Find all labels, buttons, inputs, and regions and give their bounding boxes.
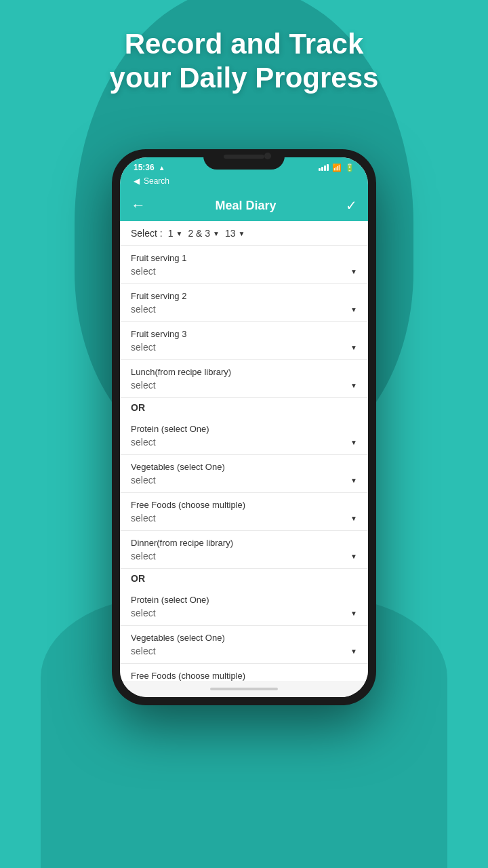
form-select-lunch_free[interactable]: select▼: [131, 513, 357, 524]
selector-value-1: 1: [168, 228, 174, 239]
or-divider-or_dinner: OR: [120, 569, 368, 588]
back-button[interactable]: ←: [131, 197, 146, 214]
form-group-fruit3: Fruit serving 3select▼: [120, 322, 368, 360]
phone-screen: 15:36 ▲ 📶 🔋 ◀ Search ← Meal Diary: [120, 157, 368, 697]
form-label-lunch_veg: Vegetables (select One): [131, 462, 357, 472]
search-label: Search: [144, 176, 169, 186]
form-group-dinner_free: Free Foods (choose multiple)select▼: [120, 664, 368, 681]
form-arrow-dinner_veg: ▼: [350, 648, 357, 655]
form-label-fruit1: Fruit serving 1: [131, 253, 357, 263]
hero-text: Record and Track your Daily Progress: [0, 27, 488, 96]
form-value-lunch_veg: select: [131, 475, 156, 486]
form-select-lunch_recipe[interactable]: select▼: [131, 380, 357, 391]
content-area: Fruit serving 1select▼Fruit serving 2sel…: [120, 246, 368, 681]
selector-arrow-3: ▼: [239, 230, 245, 237]
form-group-lunch_protein: Protein (select One)select▼: [120, 417, 368, 455]
form-arrow-lunch_free: ▼: [350, 515, 357, 522]
form-group-dinner_recipe: Dinner(from recipe library)select▼: [120, 531, 368, 569]
or-divider-or_lunch: OR: [120, 398, 368, 417]
form-label-dinner_veg: Vegetables (select One): [131, 633, 357, 643]
wifi-icon: 📶: [332, 163, 342, 172]
form-select-lunch_protein[interactable]: select▼: [131, 437, 357, 448]
form-value-fruit2: select: [131, 304, 156, 315]
form-arrow-lunch_protein: ▼: [350, 439, 357, 446]
form-label-fruit2: Fruit serving 2: [131, 291, 357, 301]
form-label-fruit3: Fruit serving 3: [131, 329, 357, 339]
form-value-dinner_protein: select: [131, 608, 156, 618]
form-group-dinner_protein: Protein (select One)select▼: [120, 588, 368, 626]
selector-label: Select :: [131, 228, 163, 239]
battery-icon: 🔋: [345, 163, 354, 172]
page-title: Meal Diary: [215, 199, 276, 213]
form-label-lunch_recipe: Lunch(from recipe library): [131, 367, 357, 377]
form-label-dinner_recipe: Dinner(from recipe library): [131, 538, 357, 548]
form-select-fruit2[interactable]: select▼: [131, 304, 357, 315]
home-bar: [210, 688, 278, 690]
signal-icon: [319, 164, 329, 171]
form-label-lunch_free: Free Foods (choose multiple): [131, 500, 357, 510]
back-search-icon: ◀: [134, 176, 140, 186]
form-group-fruit1: Fruit serving 1select▼: [120, 246, 368, 284]
form-value-fruit1: select: [131, 266, 156, 277]
status-left: 15:36 ▲: [134, 163, 165, 172]
check-button[interactable]: ✓: [346, 197, 357, 214]
form-label-dinner_protein: Protein (select One): [131, 595, 357, 605]
form-arrow-lunch_veg: ▼: [350, 477, 357, 484]
form-arrow-fruit2: ▼: [350, 306, 357, 313]
form-select-fruit1[interactable]: select▼: [131, 266, 357, 277]
form-label-lunch_protein: Protein (select One): [131, 424, 357, 434]
form-value-dinner_recipe: select: [131, 551, 156, 561]
app-header: ← Meal Diary ✓: [120, 190, 368, 221]
form-select-dinner_protein[interactable]: select▼: [131, 608, 357, 618]
form-group-lunch_free: Free Foods (choose multiple)select▼: [120, 493, 368, 531]
selector-value-3: 13: [225, 228, 236, 239]
form-value-fruit3: select: [131, 342, 156, 353]
location-icon: ▲: [159, 164, 165, 172]
status-right: 📶 🔋: [319, 163, 354, 172]
selector-arrow-2: ▼: [213, 230, 220, 237]
search-bar: ◀ Search: [120, 175, 368, 190]
home-indicator: [120, 681, 368, 697]
selector-item-3[interactable]: 13 ▼: [225, 228, 245, 239]
form-select-lunch_veg[interactable]: select▼: [131, 475, 357, 486]
form-group-lunch_veg: Vegetables (select One)select▼: [120, 455, 368, 493]
status-time: 15:36: [134, 163, 155, 172]
form-group-lunch_recipe: Lunch(from recipe library)select▼: [120, 360, 368, 398]
form-value-lunch_free: select: [131, 513, 156, 524]
selector-item-2[interactable]: 2 & 3 ▼: [188, 228, 220, 239]
form-select-dinner_veg[interactable]: select▼: [131, 646, 357, 656]
form-arrow-dinner_protein: ▼: [350, 610, 357, 617]
form-arrow-lunch_recipe: ▼: [350, 382, 357, 389]
form-group-fruit2: Fruit serving 2select▼: [120, 284, 368, 322]
form-select-fruit3[interactable]: select▼: [131, 342, 357, 353]
form-value-lunch_protein: select: [131, 437, 156, 448]
form-label-dinner_free: Free Foods (choose multiple): [131, 671, 357, 681]
form-arrow-dinner_recipe: ▼: [350, 553, 357, 560]
phone-camera: [264, 153, 271, 159]
selector-item-1[interactable]: 1 ▼: [168, 228, 183, 239]
form-select-dinner_recipe[interactable]: select▼: [131, 551, 357, 561]
form-value-dinner_veg: select: [131, 646, 156, 656]
selector-row: Select : 1 ▼ 2 & 3 ▼ 13 ▼: [120, 221, 368, 246]
phone-speaker: [224, 155, 264, 159]
form-value-lunch_recipe: select: [131, 380, 156, 391]
phone-notch: [203, 149, 285, 170]
form-arrow-fruit3: ▼: [350, 344, 357, 351]
selector-arrow-1: ▼: [176, 230, 183, 237]
form-group-dinner_veg: Vegetables (select One)select▼: [120, 626, 368, 664]
phone-frame: 15:36 ▲ 📶 🔋 ◀ Search ← Meal Diary: [112, 149, 376, 705]
selector-value-2: 2 & 3: [188, 228, 210, 239]
form-arrow-fruit1: ▼: [350, 268, 357, 275]
